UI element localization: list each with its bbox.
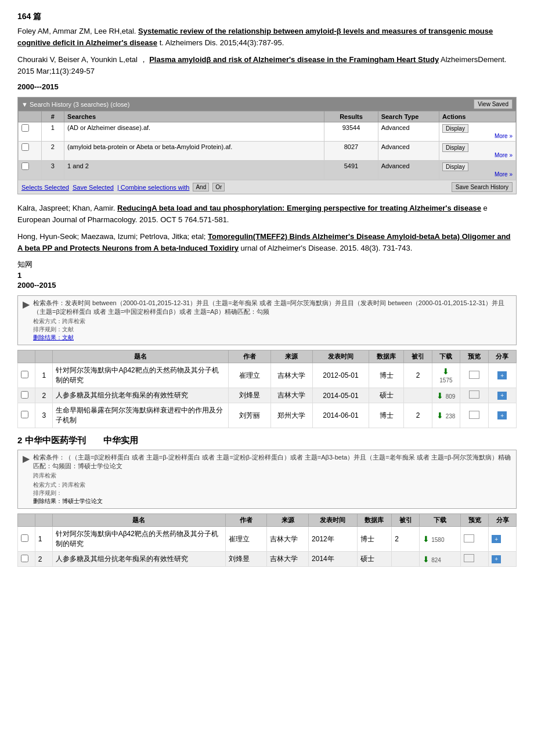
view-saved-button[interactable]: View Saved <box>474 99 513 109</box>
row2-actions: Display More » <box>439 142 516 161</box>
col-results: Results <box>324 111 378 122</box>
cn2-row1-source: 吉林大学 <box>267 527 309 552</box>
cn-row2-checkbox[interactable] <box>21 391 28 399</box>
row1-num: 1 <box>41 122 64 142</box>
row1-display-btn[interactable]: Display <box>442 124 468 133</box>
cn-sort-line: 排序规则：文献 <box>33 325 511 334</box>
preview-box-icon[interactable] <box>469 371 479 379</box>
save-selected-link[interactable]: Save Selected <box>73 184 114 191</box>
cn2-search-content: 检索条件：（（主题=β淀粉样蛋白 或者 主题=β-淀粉样蛋白 或者 主题=淀粉β… <box>33 453 511 505</box>
col-preview2: 预览 <box>461 514 489 527</box>
cn-row1-checkbox[interactable] <box>21 371 28 378</box>
row2-display-btn[interactable]: Display <box>442 143 468 152</box>
row3-checkbox[interactable] <box>21 162 29 170</box>
cn-row2-preview[interactable] <box>460 388 488 403</box>
cn2-row2-preview[interactable] <box>461 552 489 567</box>
preview-box-icon[interactable] <box>464 534 474 542</box>
cn2-row1-share[interactable]: + <box>489 527 517 552</box>
row2-more-link[interactable]: More » <box>442 152 513 158</box>
cn-row1-share[interactable]: + <box>488 363 516 388</box>
ref3-authors: Kalra, Jaspreet; Khan, Aamir. <box>17 204 115 212</box>
cn-row1-cb[interactable] <box>18 363 35 388</box>
col-cb2 <box>18 514 35 527</box>
cn-results-table: 题名 作者 来源 发表时间 数据库 被引 下载 预览 分享 1 针对阿尔茨海默病… <box>17 350 517 428</box>
col-source: 来源 <box>270 350 313 363</box>
cn-row2-download[interactable]: ⬇ 809 <box>432 388 460 403</box>
row1-more-link[interactable]: More » <box>442 133 513 139</box>
cn-row3-checkbox[interactable] <box>21 411 28 418</box>
cn2-row2-share[interactable]: + <box>489 552 517 567</box>
result-count: 164 篇 <box>17 12 517 22</box>
ref2-authors: Chouraki V, Beiser A, Younkin L,etal ， <box>17 55 147 64</box>
cn2-row2-num: 2 <box>35 552 52 567</box>
cn2-row1-author: 崔理立 <box>225 527 267 552</box>
download-icon: ⬇ <box>442 367 449 376</box>
cn2-row2-checkbox[interactable] <box>21 555 28 562</box>
preview-box-icon[interactable] <box>469 390 479 399</box>
cn-row2-source: 吉林大学 <box>270 388 313 403</box>
cn-row3-title[interactable]: 生命早期铅暴露在阿尔茨海默病样衰进程中的作用及分子机制 <box>53 403 228 428</box>
col-type: Search Type <box>378 111 439 122</box>
share-box-icon[interactable]: + <box>492 555 501 563</box>
cn-row1-download[interactable]: ⬇ 1575 <box>432 363 460 388</box>
cnki-label: 知网 <box>17 259 517 270</box>
cn2-row2-date: 2014年 <box>309 552 358 567</box>
row1-checkbox[interactable] <box>21 124 29 132</box>
cn2-row2-cb[interactable] <box>18 552 35 567</box>
col-source2: 来源 <box>267 514 309 527</box>
col-date: 发表时间 <box>313 350 369 363</box>
cn-date-range: 2000--2015 <box>17 281 517 290</box>
combine-and-btn[interactable]: And <box>193 183 209 191</box>
combine-or-btn[interactable]: Or <box>212 183 225 191</box>
search-footer: Selects Selected Save Selected | Combine… <box>18 180 516 194</box>
cn2-row1-title[interactable]: 针对阿尔茨海默病中Aβ42靶点的天然药物及其分子机制的研究 <box>52 527 225 552</box>
preview-box-icon[interactable] <box>464 554 474 562</box>
row3-check[interactable] <box>19 161 42 180</box>
save-search-history-btn[interactable]: Save Search History <box>452 182 513 192</box>
cn-row1-db: 博士 <box>369 363 403 388</box>
col-db2: 数据库 <box>357 514 392 527</box>
cn2-row1-cb[interactable] <box>18 527 35 552</box>
share-box-icon[interactable]: + <box>492 535 501 543</box>
reference-4: Hong, Hyun-Seok; Maezawa, Izumi; Petrlov… <box>17 231 517 254</box>
cn2-refine-line: 删除结果：博硕士学位论文 <box>33 497 511 505</box>
share-box-icon[interactable]: + <box>497 371 507 379</box>
cn2-row1-dl[interactable]: ⬇ 1580 <box>419 527 461 552</box>
cn-row1-title[interactable]: 针对阿尔茨海默病中Aβ42靶点的天然药物及其分子机制的研究 <box>53 363 228 388</box>
cn-options-line: 检索方式：跨库检索 <box>33 317 511 325</box>
cn-row2-cb[interactable] <box>18 388 35 403</box>
share-box-icon[interactable]: + <box>497 392 507 400</box>
cn-row2-share[interactable]: + <box>488 388 516 403</box>
cnki-num: 1 <box>17 271 517 280</box>
cn2-row1-preview[interactable] <box>461 527 489 552</box>
cn-row3-download[interactable]: ⬇ 238 <box>432 403 460 428</box>
select-all-link[interactable]: Selects Selected <box>21 184 69 191</box>
share-box-icon[interactable]: + <box>497 411 507 419</box>
cn-row2-title[interactable]: 人参多糖及其组分抗老年痴呆的有效性研究 <box>53 388 228 403</box>
cn-row1-preview[interactable] <box>460 363 488 388</box>
cn-row2-cite <box>404 388 432 403</box>
combine-label: | Combine selections with <box>117 184 190 191</box>
row1-check[interactable] <box>19 122 42 142</box>
row2-check[interactable] <box>19 142 42 161</box>
cn-row2-date: 2014-05-01 <box>313 388 369 403</box>
cn-table-header-row: 题名 作者 来源 发表时间 数据库 被引 下载 预览 分享 <box>18 350 517 363</box>
cn-row3-cb[interactable] <box>18 403 35 428</box>
ref4-authors: Hong, Hyun-Seok; Maezawa, Izumi; Petrlov… <box>17 232 205 241</box>
ref3-title[interactable]: ReducingA beta load and tau phosphorylat… <box>117 204 481 212</box>
cn-row3-preview[interactable] <box>460 403 488 428</box>
row3-more-link[interactable]: More » <box>442 171 513 178</box>
cn-refine-link[interactable]: 删除结果：文献 <box>33 334 74 341</box>
cn-row3-share[interactable]: + <box>488 403 516 428</box>
col-db: 数据库 <box>369 350 403 363</box>
col-preview: 预览 <box>460 350 488 363</box>
cn2-row1-checkbox[interactable] <box>21 534 28 542</box>
cn-row2-db: 硕士 <box>369 388 403 403</box>
preview-box-icon[interactable] <box>469 411 479 419</box>
ref2-title[interactable]: Plasma amyloidβ and risk of Alzheimer's … <box>149 55 439 64</box>
row2-checkbox[interactable] <box>21 143 29 151</box>
row3-display-btn[interactable]: Display <box>442 162 468 171</box>
cn-row1-source: 吉林大学 <box>270 363 313 388</box>
cn2-row2-dl[interactable]: ⬇ 824 <box>419 552 461 567</box>
cn2-row2-title[interactable]: 人参多糖及其组分抗老年痴呆的有效性研究 <box>52 552 225 567</box>
